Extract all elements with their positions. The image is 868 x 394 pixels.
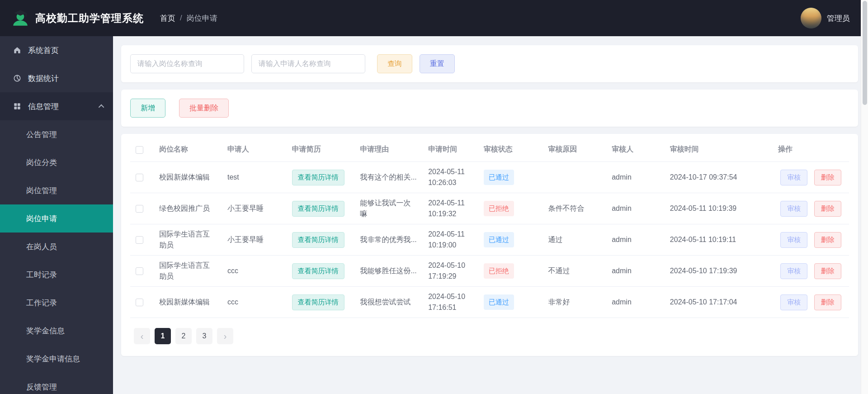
review-button[interactable]: 审核 [780, 170, 807, 185]
cell-review-reason: 不通过 [543, 256, 607, 287]
cell-review-time: 2024-05-10 17:17:04 [665, 287, 773, 318]
cell-reason: 我有这个的相关... [354, 162, 423, 193]
status-badge: 已通过 [484, 294, 514, 310]
breadcrumb-separator: / [180, 14, 182, 23]
table-row: 国际学生语言互助员 ccc 查看简历详情 我能够胜任这份... 2024-05-… [130, 256, 849, 287]
cell-apply-time: 2024-05-11 10:26:03 [423, 162, 478, 193]
sidebar-item-statistics[interactable]: 数据统计 [0, 64, 113, 92]
header-operations: 操作 [773, 137, 849, 162]
reset-button[interactable]: 重置 [420, 54, 455, 73]
cell-review-reason [543, 162, 607, 193]
sidebar-item-system-home[interactable]: 系统首页 [0, 36, 113, 64]
header-review-time: 审核时间 [665, 137, 773, 162]
cell-reason: 我非常的优秀我... [354, 224, 423, 256]
review-button[interactable]: 审核 [780, 201, 807, 217]
view-resume-button[interactable]: 查看简历详情 [292, 294, 344, 310]
status-badge: 已拒绝 [484, 263, 514, 279]
cell-reviewer: admin [606, 287, 665, 318]
app-logo-icon [11, 9, 30, 28]
sidebar-subitem-work-hours[interactable]: 工时记录 [0, 261, 113, 289]
grid-icon [13, 102, 22, 111]
batch-delete-button[interactable]: 批量删除 [179, 99, 229, 118]
cell-apply-time: 2024-05-10 17:16:51 [423, 287, 478, 318]
subitem-label: 在岗人员 [26, 242, 57, 252]
row-checkbox[interactable] [136, 205, 143, 213]
add-button[interactable]: 新增 [130, 99, 165, 118]
sidebar-subitem-job-application[interactable]: 岗位申请 [0, 204, 113, 233]
applicant-search-input[interactable] [251, 54, 365, 73]
cell-review-time: 2024-05-11 10:19:39 [665, 193, 773, 224]
delete-button[interactable]: 删除 [814, 263, 841, 279]
page-button-2[interactable]: 2 [175, 328, 192, 344]
subitem-label: 岗位申请 [26, 214, 57, 224]
row-checkbox[interactable] [136, 267, 143, 275]
breadcrumb-home[interactable]: 首页 [160, 13, 175, 24]
sidebar-subitem-scholarship-info[interactable]: 奖学金信息 [0, 317, 113, 345]
row-checkbox[interactable] [136, 236, 143, 244]
scrollbar-thumb[interactable] [863, 1, 867, 105]
table-row: 校园新媒体编辑 ccc 查看简历详情 我很想尝试尝试 2024-05-10 17… [130, 287, 849, 318]
page-button-1[interactable]: 1 [155, 328, 171, 344]
sidebar-subitem-work-records[interactable]: 工作记录 [0, 289, 113, 317]
next-page-button[interactable]: › [217, 328, 233, 344]
cell-job-name: 校园新媒体编辑 [154, 162, 222, 193]
sidebar-subitem-job-category[interactable]: 岗位分类 [0, 148, 113, 176]
header-applicant: 申请人 [222, 137, 287, 162]
table-row: 校园新媒体编辑 test 查看简历详情 我有这个的相关... 2024-05-1… [130, 162, 849, 193]
row-checkbox[interactable] [136, 299, 143, 306]
table-card: 岗位名称 申请人 申请简历 申请理由 申请时间 审核状态 审核原因 审核人 审核… [121, 134, 858, 356]
sidebar-subitem-scholarship-application[interactable]: 奖学金申请信息 [0, 345, 113, 373]
subitem-label: 反馈管理 [26, 382, 57, 392]
sidebar-subitem-on-duty-staff[interactable]: 在岗人员 [0, 233, 113, 261]
header-apply-time: 申请时间 [423, 137, 478, 162]
sidebar-item-label: 系统首页 [28, 45, 59, 56]
delete-button[interactable]: 删除 [814, 170, 841, 185]
table-row: 绿色校园推广员 小王要早睡 查看简历详情 能够让我试一次嘛 2024-05-11… [130, 193, 849, 224]
header-resume: 申请简历 [287, 137, 355, 162]
sidebar-subitem-job-management[interactable]: 岗位管理 [0, 176, 113, 204]
view-resume-button[interactable]: 查看简历详情 [292, 263, 344, 279]
review-button[interactable]: 审核 [780, 294, 807, 310]
filter-card: 查询 重置 [121, 45, 858, 82]
cell-reason: 能够让我试一次嘛 [354, 193, 423, 224]
breadcrumb-current: 岗位申请 [187, 13, 217, 24]
page-button-3[interactable]: 3 [196, 328, 212, 344]
sidebar-subitem-feedback-management[interactable]: 反馈管理 [0, 373, 113, 394]
sidebar-subitem-notice-management[interactable]: 公告管理 [0, 120, 113, 148]
view-resume-button[interactable]: 查看简历详情 [292, 201, 344, 217]
stats-icon [13, 74, 22, 83]
cell-review-reason: 条件不符合 [543, 193, 607, 224]
prev-page-button[interactable]: ‹ [134, 328, 150, 344]
cell-apply-time: 2024-05-10 17:19:29 [423, 256, 478, 287]
view-resume-button[interactable]: 查看简历详情 [292, 170, 344, 185]
cell-reason: 我能够胜任这份... [354, 256, 423, 287]
subitem-label: 奖学金申请信息 [26, 354, 80, 364]
delete-button[interactable]: 删除 [814, 201, 841, 217]
delete-button[interactable]: 删除 [814, 294, 841, 310]
query-button[interactable]: 查询 [377, 54, 412, 73]
sidebar-item-info-management[interactable]: 信息管理 [0, 92, 113, 120]
avatar[interactable] [801, 8, 821, 28]
cell-review-time: 2024-05-11 10:19:11 [665, 224, 773, 256]
user-area: 管理员 [801, 8, 850, 28]
cell-applicant: ccc [222, 287, 287, 318]
status-badge: 已拒绝 [484, 201, 514, 216]
view-resume-button[interactable]: 查看简历详情 [292, 232, 344, 248]
select-all-checkbox[interactable] [136, 146, 143, 154]
review-button[interactable]: 审核 [780, 232, 807, 248]
cell-apply-time: 2024-05-11 10:19:00 [423, 224, 478, 256]
browser-scrollbar[interactable] [861, 0, 868, 394]
subitem-label: 工作记录 [26, 298, 57, 308]
sidebar: 系统首页 数据统计 信息管理 公告管理 岗位分类 岗位管理 岗位申请 在岗人员 … [0, 36, 113, 394]
delete-button[interactable]: 删除 [814, 232, 841, 248]
main-content: 查询 重置 新增 批量删除 岗位名称 申请人 申请简历 申请理由 申请时间 [113, 36, 868, 394]
review-button[interactable]: 审核 [780, 263, 807, 279]
subitem-label: 岗位分类 [26, 157, 57, 168]
row-checkbox[interactable] [136, 174, 143, 181]
subitem-label: 公告管理 [26, 129, 57, 140]
job-name-search-input[interactable] [130, 54, 244, 73]
cell-applicant: test [222, 162, 287, 193]
username[interactable]: 管理员 [827, 13, 850, 24]
cell-applicant: 小王要早睡 [222, 224, 287, 256]
cell-review-reason: 通过 [543, 224, 607, 256]
